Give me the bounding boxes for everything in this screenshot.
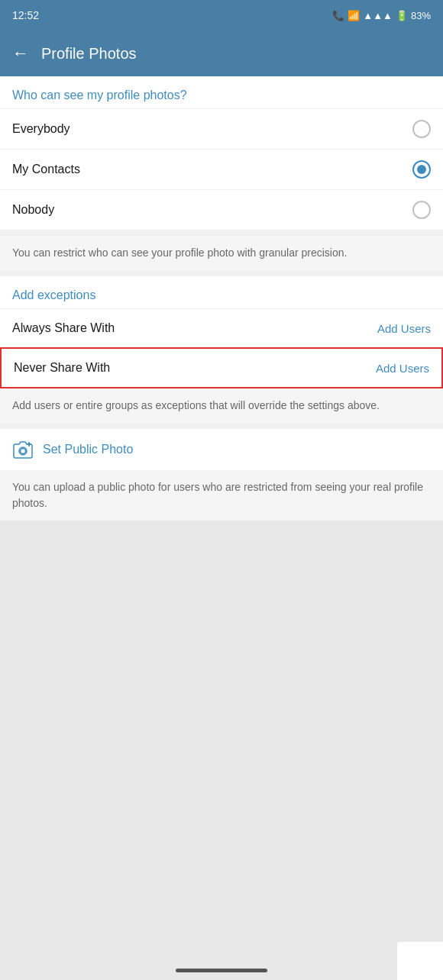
corner-decoration bbox=[397, 942, 443, 980]
home-indicator bbox=[176, 969, 267, 972]
phone-icon: 📞 bbox=[332, 10, 344, 21]
never-share-label: Never Share With bbox=[14, 361, 110, 375]
set-public-photo-row[interactable]: Set Public Photo bbox=[0, 429, 443, 470]
nobody-label: Nobody bbox=[12, 203, 54, 217]
svg-point-0 bbox=[21, 449, 26, 454]
page-title: Profile Photos bbox=[41, 45, 137, 63]
everybody-option[interactable]: Everybody bbox=[0, 108, 443, 149]
exceptions-title: Add exceptions bbox=[0, 276, 443, 308]
my-contacts-option[interactable]: My Contacts bbox=[0, 149, 443, 189]
wifi-icon: 📶 bbox=[348, 10, 360, 21]
privacy-description: You can restrict who can see your profil… bbox=[0, 236, 443, 270]
public-photo-description: You can upload a public photo for users … bbox=[0, 470, 443, 521]
everybody-radio[interactable] bbox=[412, 120, 431, 138]
camera-plus-icon bbox=[12, 440, 34, 459]
who-can-see-section: Who can see my profile photos? Everybody… bbox=[0, 76, 443, 230]
never-share-add-users-button[interactable]: Add Users bbox=[376, 362, 429, 375]
radio-selected-dot bbox=[417, 165, 426, 174]
everybody-label: Everybody bbox=[12, 122, 70, 136]
my-contacts-label: My Contacts bbox=[12, 163, 80, 176]
app-header: ← Profile Photos bbox=[0, 31, 443, 76]
status-time: 12:52 bbox=[12, 9, 39, 21]
content-area: Who can see my profile photos? Everybody… bbox=[0, 76, 443, 521]
status-bar: 12:52 📞 📶 ▲▲▲ 🔋 83% bbox=[0, 0, 443, 31]
nobody-radio[interactable] bbox=[412, 201, 431, 219]
battery-percent: 83% bbox=[411, 10, 431, 21]
set-public-photo-label: Set Public Photo bbox=[43, 443, 133, 456]
who-can-see-title: Who can see my profile photos? bbox=[0, 76, 443, 108]
status-icons: 📞 📶 ▲▲▲ 🔋 83% bbox=[332, 10, 431, 21]
never-share-row[interactable]: Never Share With Add Users bbox=[0, 347, 443, 388]
my-contacts-radio[interactable] bbox=[412, 160, 431, 179]
always-share-row[interactable]: Always Share With Add Users bbox=[0, 308, 443, 347]
back-button[interactable]: ← bbox=[12, 44, 29, 63]
battery-icon: 🔋 bbox=[396, 10, 408, 21]
signal-icon: ▲▲▲ bbox=[363, 10, 393, 21]
exceptions-section: Add exceptions Always Share With Add Use… bbox=[0, 276, 443, 388]
always-share-label: Always Share With bbox=[12, 321, 115, 335]
nobody-option[interactable]: Nobody bbox=[0, 189, 443, 230]
override-description: Add users or entire groups as exceptions… bbox=[0, 388, 443, 423]
always-share-add-users-button[interactable]: Add Users bbox=[377, 322, 431, 335]
